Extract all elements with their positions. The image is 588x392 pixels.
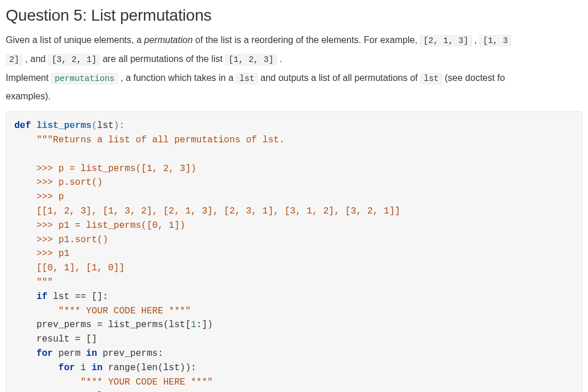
paragraph-2b: examples). (6, 90, 582, 103)
code-text: range(len(lst)): (103, 363, 196, 373)
code-text: lst == []: (48, 292, 109, 302)
docstring: """Returns a list of all permutations of… (36, 135, 284, 145)
text: of the list is a reordering of the eleme… (193, 35, 420, 45)
kw-def: def (14, 121, 31, 131)
placeholder-string: "*** YOUR CODE HERE ***" (59, 306, 191, 316)
docstring-line: [[0, 1], [1, 0]] (36, 263, 125, 273)
punct: ): (114, 121, 125, 131)
page-container: Question 5: List permutations Given a li… (0, 0, 588, 392)
kw-for: for (36, 348, 53, 359)
text: (see doctest fo (442, 73, 505, 83)
kw-for: for (59, 363, 75, 373)
docstring-line: >>> p1.sort() (36, 235, 108, 245)
text: Implement (6, 73, 51, 83)
kw-in: in (91, 363, 102, 373)
kw-in: in (86, 348, 97, 359)
docstring-line: [[1, 2, 3], [1, 3, 2], [2, 1, 3], [2, 3,… (36, 206, 400, 216)
term-permutation: permutation (144, 35, 193, 45)
inline-code: lst (236, 73, 258, 84)
text: , (472, 35, 479, 45)
inline-code: 2] (6, 54, 22, 65)
text: are all permutations of the list (100, 54, 225, 64)
placeholder-string: "*** YOUR CODE HERE ***" (80, 377, 212, 387)
text: . (277, 54, 282, 64)
code-text: prev_perms: (97, 348, 163, 359)
inline-code: [1, 3 (479, 35, 512, 46)
code-text: result = [] (36, 334, 97, 344)
num: 1 (191, 320, 196, 330)
inline-code: [3, 2, 1] (48, 54, 100, 65)
docstring-close: """ (36, 277, 53, 288)
code-block: def list_perms(lst): """Returns a list o… (6, 111, 582, 392)
code-text: i (75, 363, 92, 373)
fn-name: list_perms (36, 121, 91, 131)
text: , and (22, 54, 48, 64)
docstring-line: >>> p1 (36, 249, 69, 259)
code-text: :]) (196, 320, 213, 330)
paragraph-2: Implement permutations , a function whic… (6, 71, 582, 86)
docstring-line: >>> p1 = list_perms([0, 1]) (36, 220, 185, 231)
kw-if: if (36, 292, 47, 302)
text: Given a list of unique elements, a (6, 35, 144, 45)
inline-code: [2, 1, 3] (420, 35, 471, 46)
code-text: perm (53, 348, 86, 359)
question-title: Question 5: List permutations (6, 3, 582, 28)
docstring-line: >>> p.sort() (36, 177, 102, 188)
docstring-line: >>> p = list_perms([1, 2, 3]) (36, 164, 196, 174)
paragraph-1b: 2] , and [3, 2, 1] are all permutations … (6, 52, 582, 67)
inline-code: lst (420, 73, 442, 84)
inline-code: [1, 2, 3] (225, 54, 277, 65)
inline-code: permutations (51, 73, 118, 84)
code-text: prev_perms = list_perms(lst[ (36, 320, 191, 330)
text: , a function which takes in a (118, 73, 236, 83)
text: and outputs a list of all permutations o… (258, 73, 420, 83)
paragraph-1: Given a list of unique elements, a permu… (6, 33, 582, 48)
docstring-line: >>> p (36, 192, 64, 202)
text: examples). (6, 91, 51, 101)
punct: ( (91, 121, 97, 131)
arg: lst (97, 121, 114, 131)
